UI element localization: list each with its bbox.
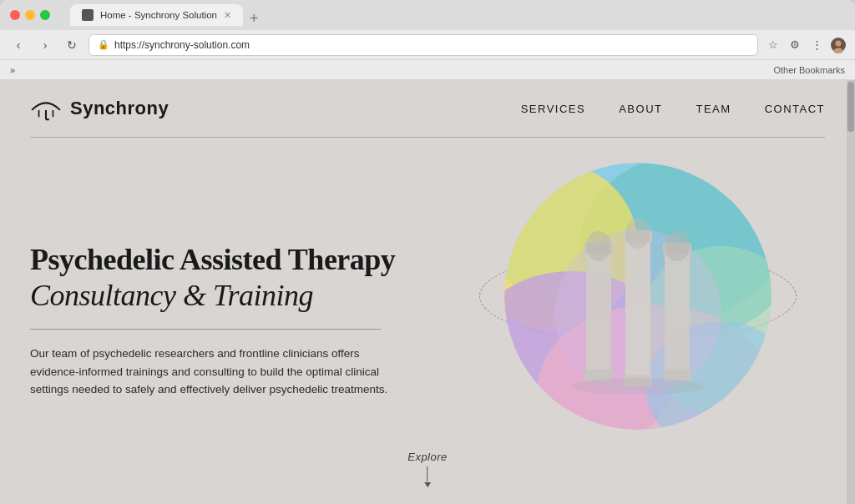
site-logo[interactable]: Synchrony	[30, 96, 169, 121]
url-text: https://synchrony-solution.com	[114, 39, 250, 51]
tab-bar: Home - Synchrony Solution ✕ +	[70, 4, 266, 26]
maximize-button[interactable]	[40, 10, 50, 20]
profile-icon[interactable]	[830, 37, 847, 53]
tab-close-icon[interactable]: ✕	[224, 10, 231, 21]
nav-contact[interactable]: CONTACT	[765, 103, 825, 115]
nav-services[interactable]: SERVICES	[521, 103, 586, 115]
explore-label: Explore	[407, 451, 448, 463]
nav-links: SERVICES ABOUT TEAM CONTACT	[521, 103, 825, 115]
site-navigation: Synchrony SERVICES ABOUT TEAM CONTACT	[0, 80, 855, 137]
active-tab[interactable]: Home - Synchrony Solution ✕	[70, 4, 243, 26]
hero-content: Psychedelic Assisted Therapy Consultancy…	[30, 242, 448, 399]
bookmark-icon[interactable]: ☆	[765, 37, 782, 53]
tab-title: Home - Synchrony Solution	[100, 10, 217, 20]
extensions-icon[interactable]: ⚙	[787, 37, 803, 53]
nav-team[interactable]: TEAM	[696, 103, 731, 115]
svg-point-1	[836, 40, 842, 46]
arrow-line	[427, 466, 428, 481]
bookmarks-divider: »	[10, 65, 15, 75]
graphic-circle	[504, 163, 772, 430]
close-button[interactable]	[10, 10, 20, 20]
lock-icon: 🔒	[98, 39, 109, 50]
svg-point-20	[586, 231, 611, 261]
nav-about[interactable]: ABOUT	[619, 103, 662, 115]
hero-description: Our team of psychedelic researchers and …	[30, 345, 397, 399]
forward-button[interactable]: ›	[35, 35, 55, 55]
explore-arrow-icon	[424, 466, 431, 487]
tab-favicon-icon	[82, 9, 94, 21]
browser-toolbar: ‹ › ↻ 🔒 https://synchrony-solution.com ☆…	[0, 30, 855, 60]
hero-section: Psychedelic Assisted Therapy Consultancy…	[0, 138, 855, 495]
svg-point-24	[625, 219, 650, 249]
toolbar-actions: ☆ ⚙ ⋮	[765, 37, 847, 53]
browser-window: Home - Synchrony Solution ✕ + ‹ › ↻ 🔒 ht…	[0, 0, 855, 504]
back-button[interactable]: ‹	[8, 35, 28, 55]
address-bar[interactable]: 🔒 https://synchrony-solution.com	[89, 34, 758, 56]
bookmarks-bar: » Other Bookmarks	[0, 60, 855, 80]
hero-title-line2: Consultancy & Training	[30, 278, 448, 314]
reload-button[interactable]: ↻	[62, 35, 82, 55]
scrollbar[interactable]	[847, 80, 855, 504]
logo-text: Synchrony	[70, 98, 169, 119]
logo-umbrella-icon	[30, 96, 62, 121]
minimize-button[interactable]	[25, 10, 35, 20]
svg-point-28	[665, 231, 690, 261]
other-bookmarks-label: Other Bookmarks	[773, 65, 845, 75]
menu-icon[interactable]: ⋮	[808, 37, 825, 53]
new-tab-button[interactable]: +	[243, 11, 266, 26]
traffic-lights	[10, 10, 50, 20]
svg-rect-17	[586, 246, 611, 380]
svg-point-29	[571, 378, 705, 395]
hero-title-line1: Psychedelic Assisted Therapy	[30, 242, 448, 278]
arrow-head	[424, 482, 431, 487]
svg-rect-21	[625, 234, 650, 380]
explore-section: Explore	[407, 451, 448, 487]
svg-rect-25	[665, 246, 690, 380]
hero-divider	[30, 329, 381, 330]
scrollbar-thumb[interactable]	[847, 82, 854, 132]
hero-graphic	[488, 146, 788, 446]
browser-titlebar: Home - Synchrony Solution ✕ +	[0, 0, 855, 30]
website-content: Synchrony SERVICES ABOUT TEAM CONTACT Ps…	[0, 80, 855, 504]
